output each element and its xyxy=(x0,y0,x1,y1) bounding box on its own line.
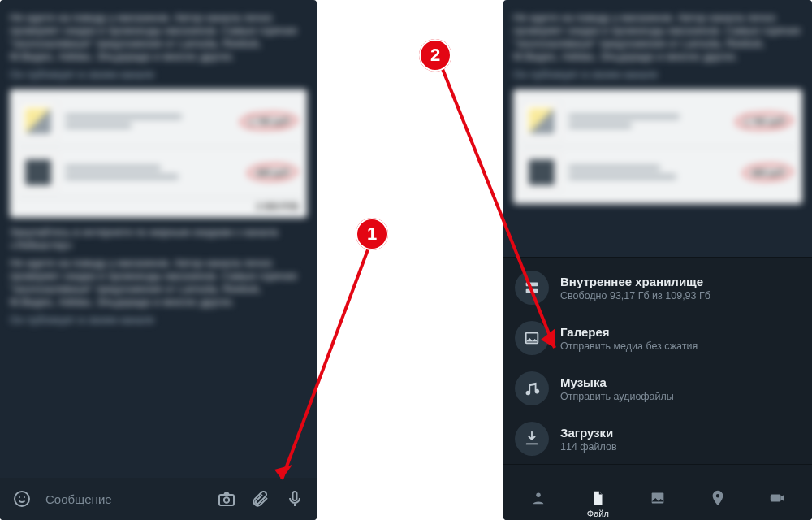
svg-point-0 xyxy=(15,492,29,506)
card-total: 2 059 РУБ xyxy=(16,198,300,211)
product-card: 1 790 руб 499 руб 2 059 РУБ xyxy=(10,89,307,218)
music-icon xyxy=(515,371,549,405)
price-circled: 499 руб xyxy=(248,163,298,181)
chat-text: Не идите на поводу у магазинов. Автор ка… xyxy=(10,257,307,309)
annotation-arrow-2 xyxy=(438,65,601,358)
emoji-icon[interactable] xyxy=(11,488,32,509)
svg-line-15 xyxy=(282,245,369,479)
product-thumb xyxy=(19,102,57,140)
sheet-item-title: Музыка xyxy=(560,375,674,389)
chat-text: Он публикует в своем канале xyxy=(10,314,307,327)
annotation-marker-2: 2 xyxy=(419,39,451,72)
price-circled: 499 руб xyxy=(743,163,793,181)
tab-file[interactable]: Файл xyxy=(575,489,620,518)
chat-text: Не идите на поводу у магазинов. Автор ка… xyxy=(513,11,802,63)
product-thumb xyxy=(19,154,57,191)
tab-camera[interactable] xyxy=(754,489,800,518)
tab-label: Файл xyxy=(587,509,609,518)
svg-rect-14 xyxy=(771,494,781,501)
message-input[interactable]: Сообщение xyxy=(45,492,203,506)
chat-text: Закупайтесь в интернете по жирным скидка… xyxy=(10,226,307,252)
tab-contact[interactable] xyxy=(516,489,561,518)
svg-point-4 xyxy=(224,497,229,502)
svg-point-11 xyxy=(536,493,541,498)
tutorial-composite: Не идите на поводу у магазинов. Автор ка… xyxy=(0,0,812,520)
download-icon xyxy=(515,422,549,456)
price-circled: 1 790 руб xyxy=(240,112,298,130)
svg-line-17 xyxy=(443,69,555,348)
svg-point-13 xyxy=(715,494,719,497)
sheet-item-title: Загрузки xyxy=(560,426,617,440)
sheet-item-downloads[interactable]: Загрузки 114 файлов xyxy=(503,414,812,464)
chat-text: Он публикует в своем канале xyxy=(10,68,307,81)
svg-point-2 xyxy=(24,496,25,498)
price-circled: 1 790 руб xyxy=(736,112,793,130)
annotation-marker-1: 1 xyxy=(356,218,388,250)
tab-location[interactable] xyxy=(695,489,741,518)
tab-gallery[interactable] xyxy=(635,489,680,518)
chat-text: Не идите на поводу у магазинов. Автор ка… xyxy=(10,11,307,63)
annotation-arrow-1 xyxy=(268,236,390,496)
svg-point-1 xyxy=(19,496,20,498)
sheet-item-sub: 114 файлов xyxy=(560,441,617,453)
sheet-item-sub: Отправить аудиофайлы xyxy=(560,391,674,402)
svg-rect-3 xyxy=(219,495,234,505)
sheet-item-music[interactable]: Музыка Отправить аудиофайлы xyxy=(503,363,812,414)
camera-icon[interactable] xyxy=(216,488,237,509)
attachment-tabs: Файл xyxy=(503,464,812,520)
